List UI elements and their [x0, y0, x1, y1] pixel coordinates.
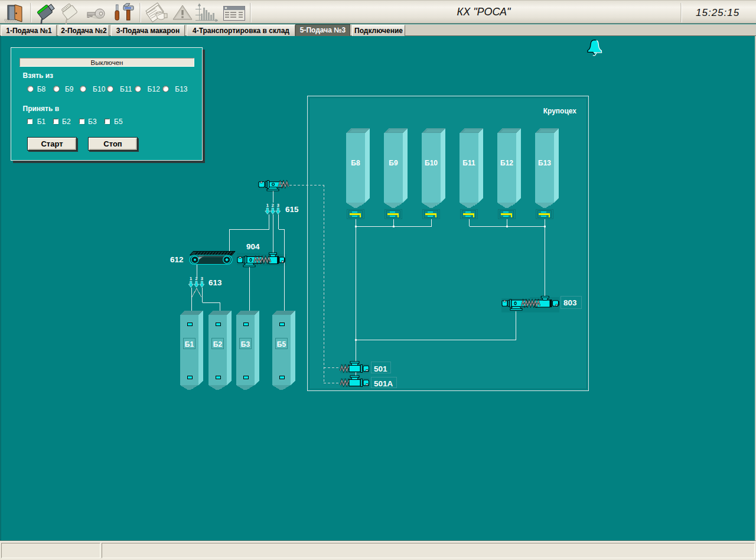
- svg-text:Крупоцех: Крупоцех: [543, 107, 577, 115]
- svg-text:904: 904: [246, 242, 260, 251]
- svg-text:3: 3: [201, 276, 203, 281]
- svg-text:613: 613: [208, 278, 222, 287]
- svg-text:615: 615: [285, 205, 299, 214]
- svg-text:Б10: Б10: [425, 159, 438, 167]
- svg-text:Б12: Б12: [500, 159, 513, 167]
- svg-text:Б11: Б11: [462, 159, 475, 167]
- svg-text:Б13: Б13: [538, 159, 551, 167]
- svg-text:Б9: Б9: [389, 159, 398, 167]
- svg-text:612: 612: [170, 255, 184, 264]
- svg-text:Б5: Б5: [277, 340, 286, 349]
- svg-text:Б3: Б3: [241, 340, 250, 349]
- svg-text:2: 2: [272, 203, 274, 208]
- svg-text:501: 501: [374, 364, 387, 373]
- svg-text:501A: 501A: [374, 379, 393, 388]
- svg-text:1: 1: [190, 276, 192, 281]
- svg-text:3: 3: [277, 203, 279, 208]
- svg-text:1: 1: [266, 203, 269, 208]
- svg-text:803: 803: [563, 298, 577, 307]
- svg-text:Б8: Б8: [351, 159, 360, 167]
- svg-text:Б1: Б1: [185, 340, 194, 349]
- svg-text:2: 2: [195, 276, 197, 281]
- svg-text:Б2: Б2: [213, 340, 223, 349]
